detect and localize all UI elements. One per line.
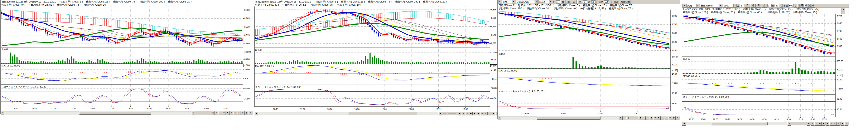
minute-step-field[interactable]: 60	[775, 4, 779, 7]
scroll-left-button[interactable]: ◀	[254, 112, 258, 115]
nav-button-X[interactable]: X	[249, 111, 252, 115]
contract-select[interactable]: 11/12▼	[723, 4, 737, 7]
nav-button-◆[interactable]: ◆	[818, 122, 822, 126]
nav-button-R[interactable]: R	[241, 111, 245, 115]
minute-spinner[interactable]: ▲▼	[780, 4, 783, 7]
period-button-0[interactable]: 日	[745, 4, 750, 7]
category-select[interactable]: 先物▼	[502, 0, 515, 4]
nav-button-D[interactable]: D	[661, 116, 664, 120]
nav-button-−[interactable]: −	[814, 122, 818, 126]
count-spinner[interactable]: ▲▼	[610, 0, 612, 4]
nav-button-▶[interactable]: ▶	[230, 111, 233, 115]
scroll-right-button[interactable]: ▶	[191, 111, 195, 115]
zoom-slider[interactable]	[196, 111, 210, 114]
scrollbar-track[interactable]	[4, 111, 191, 114]
count-field[interactable]: 500	[604, 0, 609, 4]
scrollbar-thumb[interactable]	[537, 116, 600, 119]
scroll-right-button[interactable]: ▶	[438, 112, 442, 115]
apply-button[interactable]: 適用	[798, 4, 804, 7]
zoom-slider-knob[interactable]	[626, 117, 629, 119]
zoom-slider[interactable]	[443, 112, 456, 115]
prev-combo-stub[interactable]: ▼	[498, 0, 501, 4]
count-spinner[interactable]: ▲▼	[794, 4, 797, 7]
nav-button-R[interactable]: R	[488, 112, 491, 115]
apply-button[interactable]: 適用	[613, 0, 619, 4]
prev-combo-stub[interactable]: ▼	[683, 4, 686, 7]
period-button-3[interactable]: 分	[577, 0, 582, 4]
nav-button-D[interactable]: D	[829, 122, 833, 126]
instrument-select[interactable]: 日経225mini▼	[516, 0, 538, 4]
zoom-slider[interactable]	[623, 116, 637, 119]
nav-button-D[interactable]: D	[480, 112, 484, 115]
nav-button-◉[interactable]: ◉	[672, 116, 676, 120]
contract-select[interactable]: 11/12▼	[538, 0, 552, 4]
nav-button-◀[interactable]: ◀	[638, 116, 642, 120]
minute-field[interactable]: 1	[583, 0, 587, 4]
scroll-left-button[interactable]: ◀	[498, 116, 501, 120]
nav-button-◆[interactable]: ◆	[469, 112, 473, 115]
scrollbar-thumb[interactable]	[348, 112, 417, 115]
scroll-right-button[interactable]: ▶	[787, 122, 791, 126]
nav-button-＋[interactable]: ＋	[215, 111, 218, 115]
period-button-1[interactable]: 週	[750, 4, 755, 7]
nav-button-▶[interactable]: ▶	[657, 116, 660, 120]
category-select[interactable]: 先物▼	[686, 4, 700, 7]
nav-button-◀[interactable]: ◀	[458, 112, 461, 115]
minute-spinner[interactable]: ▲▼	[595, 0, 598, 4]
scrollbar-thumb[interactable]	[79, 111, 151, 114]
digits-toggle-button[interactable]: 桁数切替	[620, 0, 631, 4]
digits-toggle-button[interactable]: 桁数切替	[804, 4, 815, 7]
scroll-down-button[interactable]: ▼	[842, 8, 845, 11]
nav-button-L[interactable]: L	[237, 111, 241, 115]
nav-button-R[interactable]: R	[668, 116, 672, 120]
instrument-select[interactable]: 日経225mini▼	[700, 4, 722, 7]
nav-button-R[interactable]: R	[837, 122, 840, 126]
count-field[interactable]: 500	[788, 4, 794, 7]
scroll-left-button[interactable]: ◀	[1, 111, 4, 115]
nav-button-L[interactable]: L	[484, 112, 488, 115]
nav-button-◉[interactable]: ◉	[492, 112, 495, 115]
zoom-slider-knob[interactable]	[795, 123, 797, 125]
scrollbar-track[interactable]	[501, 116, 619, 119]
nav-button-D[interactable]: D	[234, 111, 237, 115]
nav-button-＋[interactable]: ＋	[811, 122, 814, 126]
scroll-left-button[interactable]: ◀	[682, 122, 686, 126]
nav-button-◉[interactable]: ◉	[245, 111, 248, 115]
minute-field[interactable]: 1	[768, 4, 772, 7]
period-button-3[interactable]: 分	[762, 4, 767, 7]
nav-button-■[interactable]: ■	[473, 112, 476, 115]
period-button-0[interactable]: 日	[560, 0, 565, 4]
period-button-1[interactable]: 週	[566, 0, 571, 4]
nav-button-■[interactable]: ■	[653, 116, 657, 120]
nav-button-＋[interactable]: ＋	[462, 112, 465, 115]
nav-button-＋[interactable]: ＋	[642, 116, 646, 120]
zoom-slider-knob[interactable]	[446, 113, 448, 115]
minute-step-field[interactable]: 60	[591, 0, 595, 4]
nav-button-◀[interactable]: ◀	[807, 122, 810, 126]
nav-button-◉[interactable]: ◉	[841, 122, 844, 126]
nav-button-▶[interactable]: ▶	[476, 112, 480, 115]
period-button-2[interactable]: 月	[572, 0, 577, 4]
nav-button-X[interactable]: X	[844, 122, 848, 126]
nav-button-L[interactable]: L	[833, 122, 837, 126]
nav-button-◆[interactable]: ◆	[222, 111, 226, 115]
nav-button-◆[interactable]: ◆	[650, 116, 653, 120]
nav-button-−[interactable]: −	[218, 111, 222, 115]
nav-button-−[interactable]: −	[465, 112, 469, 115]
zoom-slider[interactable]	[792, 122, 805, 126]
vertical-scrollbar[interactable]: ▼	[841, 8, 845, 14]
nav-button-■[interactable]: ■	[226, 111, 229, 115]
zoom-slider-knob[interactable]	[199, 112, 202, 114]
nav-button-▶[interactable]: ▶	[826, 122, 829, 126]
nav-button-■[interactable]: ■	[822, 122, 826, 126]
nav-button-−[interactable]: −	[646, 116, 649, 120]
scroll-right-button[interactable]: ▶	[619, 116, 623, 120]
nav-button-◀[interactable]: ◀	[211, 111, 215, 115]
bar-type-field[interactable]: 1	[556, 0, 560, 4]
nav-button-X[interactable]: X	[676, 116, 679, 120]
bar-type-field[interactable]: 1	[740, 4, 744, 7]
scrollbar-track[interactable]	[258, 112, 438, 115]
nav-button-L[interactable]: L	[664, 116, 668, 120]
scrollbar-thumb[interactable]	[711, 122, 768, 126]
scrollbar-track[interactable]	[686, 122, 787, 126]
